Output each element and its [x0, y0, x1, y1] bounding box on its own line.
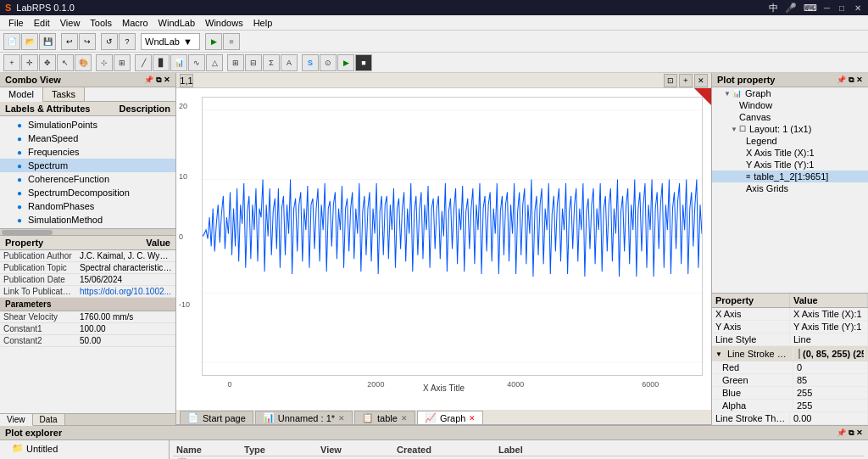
tab-unnamed[interactable]: 📊 Unnamed : 1* ✕	[255, 411, 353, 424]
tree-scrollbar[interactable]	[0, 228, 175, 235]
tree-item-meanspeed[interactable]: ● MeanSpeed	[0, 132, 175, 145]
rp-pin-btn[interactable]: 📌	[837, 76, 846, 85]
tree-item-frequencies[interactable]: ● Frequencies	[0, 145, 175, 159]
tab-graph[interactable]: 📈 Graph ✕	[417, 411, 484, 424]
s-btn[interactable]: S	[302, 54, 319, 71]
tree-item-specdecomp[interactable]: ● SpectrumDecomposition	[0, 186, 175, 199]
undo-btn[interactable]: ↩	[61, 33, 78, 50]
graph-close-btn[interactable]: ✕	[469, 414, 476, 423]
grid-btn[interactable]: ⊟	[245, 54, 262, 71]
help-btn[interactable]: ?	[119, 33, 136, 50]
pt-strokecolor-rgb: (0, 85, 255) (255)	[803, 349, 865, 359]
layout-checkbox[interactable]: ☐	[739, 125, 746, 133]
win-close-btn[interactable]: ✕	[854, 3, 863, 12]
tab-data[interactable]: Data	[33, 414, 65, 425]
tree-yaxis[interactable]: Y Axis Title (Y):1	[712, 159, 868, 171]
close-plot-btn[interactable]: ✕	[694, 74, 708, 87]
tree-item-coherence[interactable]: ● CoherenceFunction	[0, 172, 175, 186]
move-btn[interactable]: ✥	[39, 54, 56, 71]
comboview-float-btn[interactable]: ⧉	[156, 76, 161, 85]
tab-tasks[interactable]: Tasks	[43, 87, 85, 101]
windlab-dropdown[interactable]: WndLab ▼	[141, 33, 200, 50]
tree-axisgrids[interactable]: Axis Grids	[712, 182, 868, 194]
scatter-btn[interactable]: ∿	[188, 54, 205, 71]
win-minimize-btn[interactable]: ─	[824, 3, 832, 12]
tab-model[interactable]: Model	[0, 87, 43, 102]
graph-expand-icon: ▼	[724, 90, 731, 98]
scrollbar-thumb[interactable]	[2, 230, 53, 235]
titlebar: S LabRPS 0.1.0 中 🎤 ⌨ ─ □ ✕	[0, 0, 868, 15]
bp-pin-btn[interactable]: 📌	[837, 428, 846, 438]
run-btn[interactable]: ▶	[205, 33, 222, 50]
param-shear-row: Shear Velocity 1760.00 mm/s	[0, 311, 175, 323]
startpage-icon: 📄	[187, 412, 199, 423]
rp-close-btn[interactable]: ✕	[856, 76, 863, 85]
chart-btn[interactable]: 📊	[170, 54, 187, 71]
menu-tools[interactable]: Tools	[85, 18, 117, 28]
tab-table[interactable]: 📋 table ✕	[354, 411, 415, 424]
circle-btn[interactable]: ⊙	[320, 54, 337, 71]
node-btn[interactable]: ⊹	[96, 54, 113, 71]
menu-windlab[interactable]: WindLab	[153, 18, 200, 28]
paint-btn[interactable]: 🎨	[75, 54, 92, 71]
model-tree: ● SimulationPoints ● MeanSpeed ● Frequen…	[0, 116, 175, 228]
tab-startpage[interactable]: 📄 Start page	[180, 411, 253, 424]
play-btn[interactable]: ▶	[337, 54, 354, 71]
pt-row-strokecolor[interactable]: ▼ Line Stroke Color (0, 85, 255) (255)	[712, 346, 868, 361]
tree-item-randphases[interactable]: ● RandomPhases	[0, 199, 175, 213]
nav-label-btn[interactable]: 1,1	[180, 74, 193, 87]
bar-btn[interactable]: ▊	[153, 54, 170, 71]
tree-graph[interactable]: ▼ 📊 Graph	[712, 87, 868, 99]
tree-xaxis[interactable]: X Axis Title (X):1	[712, 147, 868, 159]
tree-layout[interactable]: ▼ ☐ Layout: 1 (1x1)	[712, 123, 868, 135]
tab-view[interactable]: View	[0, 414, 33, 426]
redo-btn[interactable]: ↪	[79, 33, 96, 50]
select-btn[interactable]: ↖	[57, 54, 74, 71]
tree-legend[interactable]: Legend	[712, 135, 868, 147]
refresh-btn[interactable]: ↺	[101, 33, 118, 50]
bt-col-name: Name	[176, 445, 227, 455]
tree-window[interactable]: Window	[712, 99, 868, 111]
stop2-btn[interactable]: ■	[355, 54, 372, 71]
pt-thickness-key: Line Stroke Thic...	[712, 412, 790, 424]
stop-btn[interactable]: ■	[223, 33, 240, 50]
rp-float-btn[interactable]: ⧉	[849, 76, 854, 85]
crosshair-btn[interactable]: ✛	[21, 54, 38, 71]
line-btn[interactable]: ╱	[135, 54, 152, 71]
add-btn[interactable]: +	[3, 54, 20, 71]
menu-windows[interactable]: Windows	[200, 18, 248, 28]
tree-legend-label: Legend	[746, 136, 777, 146]
bp-float-btn[interactable]: ⧉	[849, 428, 854, 438]
pt-xaxis-key: X Axis	[712, 308, 790, 320]
text-btn[interactable]: A	[281, 54, 298, 71]
constraint-btn[interactable]: ⊞	[114, 54, 131, 71]
zoom-reset-btn[interactable]: ⊡	[664, 74, 677, 87]
bottom-tree-untitled[interactable]: 📁 Untitled	[0, 442, 169, 455]
open-btn[interactable]: 📂	[21, 33, 38, 50]
tree-item-simpoints[interactable]: ● SimulationPoints	[0, 118, 175, 132]
table-btn[interactable]: ⊞	[227, 54, 244, 71]
area-btn[interactable]: △	[206, 54, 223, 71]
table-close-btn[interactable]: ✕	[401, 414, 408, 423]
tree-table12[interactable]: ≡ table_1_2[1:9651]	[712, 171, 868, 182]
menu-edit[interactable]: Edit	[29, 18, 55, 28]
win-maximize-btn[interactable]: □	[839, 3, 848, 12]
menu-macro[interactable]: Macro	[117, 18, 153, 28]
save-btn[interactable]: 💾	[39, 33, 56, 50]
bp-close-btn[interactable]: ✕	[856, 428, 863, 438]
tree-axisgrids-label: Axis Grids	[746, 183, 788, 193]
menu-help[interactable]: Help	[248, 18, 278, 28]
toolbar2: + ✛ ✥ ↖ 🎨 ⊹ ⊞ ╱ ▊ 📊 ∿ △ ⊞ ⊟ Σ A S ⊙ ▶ ■	[0, 53, 868, 73]
tree-canvas[interactable]: Canvas	[712, 111, 868, 123]
new-btn[interactable]: 📄	[3, 33, 20, 50]
comboview-pin-btn[interactable]: 📌	[144, 76, 153, 85]
menu-view[interactable]: View	[55, 18, 86, 28]
zoom-fit-btn[interactable]: +	[679, 74, 693, 87]
pt-thickness-val: 0.00	[790, 412, 868, 424]
comboview-close-btn[interactable]: ✕	[164, 76, 170, 85]
menu-file[interactable]: File	[3, 18, 29, 28]
unnamed-close-btn[interactable]: ✕	[338, 414, 345, 423]
sigma-btn[interactable]: Σ	[263, 54, 280, 71]
tree-item-spectrum[interactable]: ● Spectrum	[0, 159, 175, 172]
tree-item-simmethod[interactable]: ● SimulationMethod	[0, 213, 175, 227]
